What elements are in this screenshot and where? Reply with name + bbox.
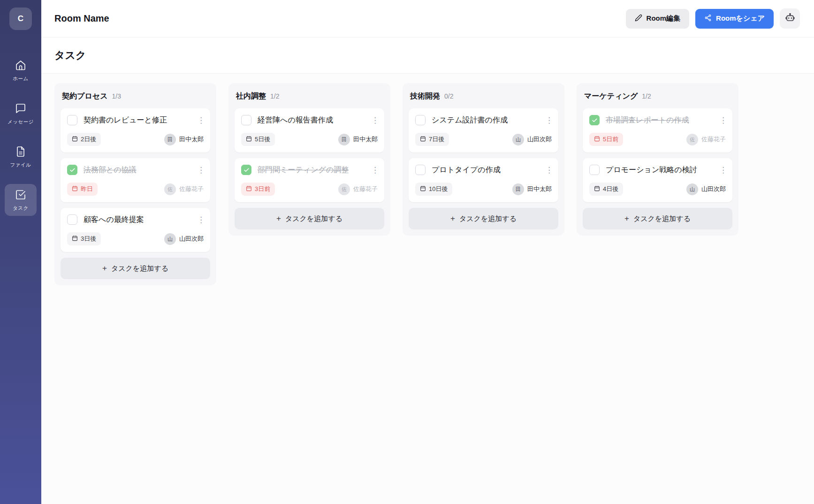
task-card[interactable]: 経営陣への報告書作成 ⋮ 5日後 田 田中太郎 xyxy=(235,108,384,153)
task-checkbox[interactable] xyxy=(415,165,426,175)
task-checkbox[interactable] xyxy=(415,115,426,125)
kebab-menu-icon[interactable]: ⋮ xyxy=(719,166,726,174)
sidebar-item-label: メッセージ xyxy=(8,119,34,125)
task-checkbox[interactable] xyxy=(241,115,251,125)
sidebar-item-label: ファイル xyxy=(10,162,31,168)
task-checkbox[interactable] xyxy=(241,165,251,175)
plus-icon: + xyxy=(276,214,281,223)
room-edit-button[interactable]: Room編集 xyxy=(626,9,690,29)
kebab-menu-icon[interactable]: ⋮ xyxy=(719,116,726,124)
task-card[interactable]: 部門間ミーティングの調整 ⋮ 3日前 佐 佐藤花子 xyxy=(235,158,384,202)
kebab-menu-icon[interactable]: ⋮ xyxy=(197,116,204,124)
avatar: 田 xyxy=(512,183,524,195)
due-date-text: 7日後 xyxy=(429,135,444,144)
assignee: 佐 佐藤花子 xyxy=(338,183,378,195)
calendar-icon xyxy=(246,136,252,143)
main-area: Room Name Room編集 Roomをシェア xyxy=(41,0,814,504)
kebab-menu-icon[interactable]: ⋮ xyxy=(197,216,204,224)
assistant-button[interactable] xyxy=(780,8,800,29)
sidebar-item-label: ホーム xyxy=(13,76,29,82)
column-title: 契約プロセス xyxy=(62,92,108,101)
add-task-button[interactable]: + タスクを追加する xyxy=(583,208,732,229)
task-title: 部門間ミーティングの調整 xyxy=(258,165,365,175)
due-date-text: 5日前 xyxy=(603,135,618,144)
task-checkbox[interactable] xyxy=(67,115,77,125)
pencil-icon xyxy=(635,14,642,23)
kebab-menu-icon[interactable]: ⋮ xyxy=(197,166,204,174)
task-card[interactable]: 市場調査レポートの作成 ⋮ 5日前 佐 佐藤花子 xyxy=(583,108,732,153)
due-date-text: 昨日 xyxy=(81,185,93,193)
column-count: 1/2 xyxy=(642,92,651,100)
task-card-bottom: 4日後 山 山田次郎 xyxy=(589,183,726,196)
kebab-menu-icon[interactable]: ⋮ xyxy=(545,116,552,124)
page-title: タスク xyxy=(54,48,801,62)
task-title: 契約書のレビューと修正 xyxy=(84,115,191,125)
sidebar-item-label: タスク xyxy=(13,205,29,212)
add-task-button[interactable]: + タスクを追加する xyxy=(409,208,558,229)
kebab-menu-icon[interactable]: ⋮ xyxy=(371,166,378,174)
due-date-text: 10日後 xyxy=(429,185,448,193)
task-card-top: 経営陣への報告書作成 ⋮ xyxy=(241,115,378,125)
assignee-name: 佐藤花子 xyxy=(701,135,726,144)
kebab-menu-icon[interactable]: ⋮ xyxy=(371,116,378,124)
due-date-badge: 7日後 xyxy=(415,133,449,146)
assignee: 田 田中太郎 xyxy=(338,134,378,145)
assignee: 田 田中太郎 xyxy=(512,183,552,195)
sidebar-item-files[interactable]: ファイル xyxy=(5,141,37,173)
calendar-icon xyxy=(420,136,426,143)
due-date-text: 2日後 xyxy=(81,135,96,144)
calendar-icon xyxy=(72,136,78,143)
plus-icon: + xyxy=(624,214,629,223)
assignee: 田 田中太郎 xyxy=(164,134,204,145)
avatar: 佐 xyxy=(338,183,350,195)
plus-icon: + xyxy=(450,214,455,223)
task-card[interactable]: プロトタイプの作成 ⋮ 10日後 田 田中太郎 xyxy=(409,158,558,202)
assignee-name: 佐藤花子 xyxy=(353,185,378,193)
task-checkbox[interactable] xyxy=(67,214,77,225)
share-icon xyxy=(704,14,712,23)
task-card[interactable]: プロモーション戦略の検討 ⋮ 4日後 山 山田次郎 xyxy=(583,158,732,202)
task-card[interactable]: システム設計書の作成 ⋮ 7日後 山 山田次郎 xyxy=(409,108,558,153)
calendar-icon xyxy=(246,185,252,193)
sidebar-item-messages[interactable]: メッセージ xyxy=(5,98,37,130)
topbar-actions: Room編集 Roomをシェア xyxy=(626,8,800,29)
column-count: 0/2 xyxy=(444,92,453,100)
calendar-icon xyxy=(72,185,78,193)
add-task-button[interactable]: + タスクを追加する xyxy=(61,258,210,279)
task-title: 顧客への最終提案 xyxy=(84,215,191,224)
kebab-menu-icon[interactable]: ⋮ xyxy=(545,166,552,174)
task-card-top: 顧客への最終提案 ⋮ xyxy=(67,214,204,225)
column-cards: 経営陣への報告書作成 ⋮ 5日後 田 田中太郎 部門間ミーティングの調整 ⋮ xyxy=(235,108,384,202)
task-checkbox[interactable] xyxy=(67,165,77,175)
sidebar-item-home[interactable]: ホーム xyxy=(5,54,37,86)
file-icon xyxy=(15,146,26,159)
room-share-button[interactable]: Roomをシェア xyxy=(695,9,774,29)
assignee: 山 山田次郎 xyxy=(164,233,204,245)
assignee-name: 田中太郎 xyxy=(527,185,552,193)
task-card-top: 契約書のレビューと修正 ⋮ xyxy=(67,115,204,125)
app-logo[interactable]: C xyxy=(9,8,32,30)
task-card-bottom: 7日後 山 山田次郎 xyxy=(415,133,552,146)
column-cards: システム設計書の作成 ⋮ 7日後 山 山田次郎 プロトタイプの作成 ⋮ xyxy=(409,108,558,202)
due-date-text: 3日後 xyxy=(81,235,96,243)
task-card-bottom: 3日前 佐 佐藤花子 xyxy=(241,183,378,196)
sidebar-item-tasks[interactable]: タスク xyxy=(5,184,37,216)
task-card[interactable]: 法務部との協議 ⋮ 昨日 佐 佐藤花子 xyxy=(61,158,210,202)
task-checkbox[interactable] xyxy=(589,115,600,125)
assignee-name: 山田次郎 xyxy=(701,185,726,193)
due-date-text: 3日前 xyxy=(255,185,270,193)
task-title: プロトタイプの作成 xyxy=(432,165,539,175)
task-card-bottom: 10日後 田 田中太郎 xyxy=(415,183,552,196)
task-card-bottom: 5日後 田 田中太郎 xyxy=(241,133,378,146)
task-card[interactable]: 契約書のレビューと修正 ⋮ 2日後 田 田中太郎 xyxy=(61,108,210,153)
board-column: 技術開発 0/2 システム設計書の作成 ⋮ 7日後 山 山田次郎 xyxy=(403,83,564,236)
task-card[interactable]: 顧客への最終提案 ⋮ 3日後 山 山田次郎 xyxy=(61,208,210,252)
task-checkbox[interactable] xyxy=(589,165,600,175)
add-task-button[interactable]: + タスクを追加する xyxy=(235,208,384,229)
task-title: 市場調査レポートの作成 xyxy=(606,115,713,125)
task-card-bottom: 昨日 佐 佐藤花子 xyxy=(67,183,204,196)
due-date-text: 5日後 xyxy=(255,135,270,144)
task-card-top: 市場調査レポートの作成 ⋮ xyxy=(589,115,726,125)
column-count: 1/3 xyxy=(112,92,121,100)
sidebar-nav: ホーム メッセージ ファイル タスク xyxy=(0,54,41,216)
